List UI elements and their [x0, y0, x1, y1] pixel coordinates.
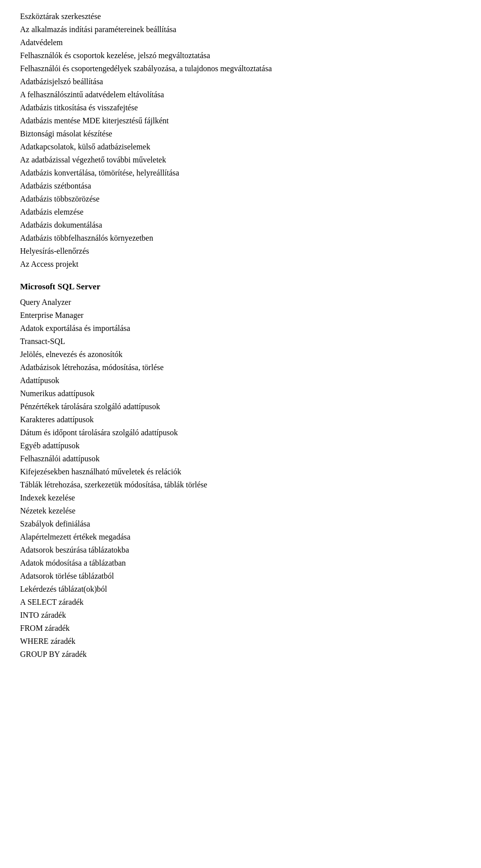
list-item: Adatbázis többfelhasználós környezetben [20, 232, 461, 245]
list-item: Felhasználók és csoportok kezelése, jels… [20, 49, 461, 62]
list-item: Az adatbázissal végezhető további művele… [20, 153, 461, 166]
item-text: Felhasználók és csoportok kezelése, jels… [20, 51, 210, 60]
list-item: Felhasználói és csoportengedélyek szabál… [20, 62, 461, 75]
item-text: Adatok exportálása és importálása [20, 324, 130, 332]
item-text: Adatsorok beszúrása táblázatokba [20, 546, 129, 554]
item-text: GROUP BY záradék [20, 650, 87, 658]
list-item: Adatkapcsolatok, külső adatbáziselemek [20, 140, 461, 153]
list-item: Alapértelmezett értékek megadása [20, 531, 461, 544]
item-text: Adatbázis szétbontása [20, 182, 91, 190]
item-text: Jelölés, elnevezés és azonosítók [20, 350, 122, 359]
list-item: Az alkalmazás indítási paramétereinek be… [20, 23, 461, 36]
item-text: Adatok módosítása a táblázatban [20, 559, 126, 567]
item-text: Enterprise Manager [20, 311, 84, 319]
item-text: Adatbázis többszörözése [20, 195, 100, 203]
item-text: Query Analyzer [20, 298, 71, 306]
list-item: A felhasználószintű adatvédelem eltávolí… [20, 88, 461, 101]
item-text: Az Access projekt [20, 260, 78, 268]
item-text: Microsoft SQL Server [20, 282, 100, 291]
list-item: Query Analyzer [20, 296, 461, 309]
list-item: Jelölés, elnevezés és azonosítók [20, 348, 461, 361]
section-header-item: Microsoft SQL Server [20, 280, 461, 294]
item-text: Nézetek kezelése [20, 506, 76, 515]
list-item: A SELECT záradék [20, 596, 461, 609]
list-item: Adattípusok [20, 374, 461, 387]
list-item: Táblák létrehozása, szerkezetük módosítá… [20, 478, 461, 491]
item-text: A felhasználószintű adatvédelem eltávolí… [20, 90, 164, 99]
item-text: Adatvédelem [20, 38, 63, 47]
list-item: Adatbázis konvertálása, tömörítése, hely… [20, 166, 461, 180]
list-item: Adatok módosítása a táblázatban [20, 557, 461, 570]
item-text: Adatbázis titkosítása és visszafejtése [20, 103, 138, 112]
item-text: Felhasználói és csoportengedélyek szabál… [20, 64, 272, 73]
item-text: Szabályok definiálása [20, 519, 90, 528]
item-text: Adatbázis mentése MDE kiterjesztésű fájl… [20, 116, 169, 125]
item-text: Biztonsági másolat készítése [20, 129, 112, 138]
item-text: Adatbázis konvertálása, tömörítése, hely… [20, 168, 179, 177]
item-text: Az adatbázissal végezhető további művele… [20, 155, 166, 164]
item-text: Táblák létrehozása, szerkezetük módosítá… [20, 480, 207, 489]
list-item: Adatok exportálása és importálása [20, 322, 461, 335]
list-item: Adatbázisok létrehozása, módosítása, tör… [20, 361, 461, 374]
list-item: Adatbázis mentése MDE kiterjesztésű fájl… [20, 114, 461, 127]
item-text: Adatbázisjelszó beállítása [20, 77, 103, 86]
list-item: Helyesírás-ellenőrzés [20, 245, 461, 258]
item-text: Egyéb adattípusok [20, 441, 80, 450]
item-text: Eszköztárak szerkesztése [20, 12, 101, 21]
list-item: Felhasználói adattípusok [20, 452, 461, 465]
list-item: Adatbázis elemzése [20, 206, 461, 219]
list-item: Adatsorok beszúrása táblázatokba [20, 544, 461, 557]
item-text: Adatbázis elemzése [20, 208, 84, 216]
item-text: A SELECT záradék [20, 598, 84, 606]
list-item: INTO záradék [20, 609, 461, 622]
list-item: Pénzértékek tárolására szolgáló adattípu… [20, 400, 461, 413]
list-item: Adatvédelem [20, 36, 461, 49]
item-text: INTO záradék [20, 611, 66, 619]
list-item: Az Access projekt [20, 258, 461, 271]
item-text: Adatbázis dokumentálása [20, 221, 102, 229]
item-text: Felhasználói adattípusok [20, 454, 100, 463]
list-item: Nézetek kezelése [20, 504, 461, 517]
list-item: Biztonsági másolat készítése [20, 127, 461, 140]
item-text: Dátum és időpont tárolására szolgáló ada… [20, 428, 178, 437]
item-text: Adatbázis többfelhasználós környezetben [20, 234, 153, 242]
list-item: Adatsorok törlése táblázatból [20, 570, 461, 583]
list-item: Kifejezésekben használható műveletek és … [20, 465, 461, 478]
item-text: Adatsorok törlése táblázatból [20, 572, 114, 580]
list-item: WHERE záradék [20, 635, 461, 648]
list-item: Transact-SQL [20, 335, 461, 348]
list-item: Lekérdezés táblázat(ok)ból [20, 583, 461, 596]
list-item: Numerikus adattípusok [20, 387, 461, 400]
list-item: Enterprise Manager [20, 309, 461, 322]
list-item: Adatbázisjelszó beállítása [20, 75, 461, 88]
list-item: GROUP BY záradék [20, 648, 461, 661]
item-text: Helyesírás-ellenőrzés [20, 247, 89, 255]
item-text: Kifejezésekben használható műveletek és … [20, 467, 181, 476]
item-text: Adattípusok [20, 376, 59, 385]
list-item: Adatbázis szétbontása [20, 180, 461, 193]
item-text: Adatkapcsolatok, külső adatbáziselemek [20, 142, 150, 151]
item-text: Adatbázisok létrehozása, módosítása, tör… [20, 363, 164, 372]
list-item: Egyéb adattípusok [20, 439, 461, 452]
item-text: Transact-SQL [20, 337, 65, 345]
item-text: FROM záradék [20, 624, 70, 632]
list-item: Eszköztárak szerkesztése [20, 10, 461, 23]
list-item: Karakteres adattípusok [20, 413, 461, 426]
list-item: Szabályok definiálása [20, 517, 461, 531]
list-item: Adatbázis dokumentálása [20, 219, 461, 232]
item-text: WHERE záradék [20, 637, 76, 645]
list-item: Adatbázis többszörözése [20, 193, 461, 206]
item-text: Lekérdezés táblázat(ok)ból [20, 585, 107, 593]
list-item: FROM záradék [20, 622, 461, 635]
list-item: Adatbázis titkosítása és visszafejtése [20, 101, 461, 114]
list-item: Indexek kezelése [20, 491, 461, 504]
item-text: Pénzértékek tárolására szolgáló adattípu… [20, 402, 160, 411]
item-text: Indexek kezelése [20, 493, 75, 502]
item-text: Alapértelmezett értékek megadása [20, 533, 130, 541]
item-text: Karakteres adattípusok [20, 415, 94, 424]
item-text: Az alkalmazás indítási paramétereinek be… [20, 25, 176, 34]
main-content-list: Eszköztárak szerkesztéseAz alkalmazás in… [20, 10, 461, 661]
item-text: Numerikus adattípusok [20, 389, 95, 398]
list-item: Dátum és időpont tárolására szolgáló ada… [20, 426, 461, 439]
